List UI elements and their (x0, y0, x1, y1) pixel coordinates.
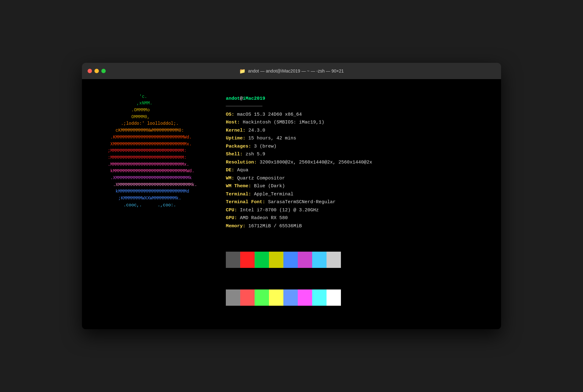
system-info: andot@iMac2019 ───────────── OS: macOS 1… (226, 87, 491, 322)
host-label: Host: (226, 120, 240, 125)
swatch-br-yellow (269, 289, 283, 306)
swatch-br-blue (283, 289, 298, 306)
host-value: Hackintosh (SMBIOS: iMac19,1) (243, 120, 324, 125)
memory-label: Memory: (226, 224, 246, 229)
resolution-value: 3200x1800@2x, 2560x1440@2x, 2560x1440@2x (260, 160, 372, 165)
os-label: OS: (226, 112, 234, 117)
folder-icon: 📁 (239, 68, 246, 74)
gpu-label: GPU: (226, 215, 237, 221)
wm-theme-value: Blue (Dark) (254, 183, 285, 189)
maximize-button[interactable] (101, 69, 106, 73)
uptime-value: 15 hours, 42 mins (248, 136, 296, 141)
wm-label: WM: (226, 176, 234, 181)
packages-value: 3 (brew) (254, 144, 276, 149)
resolution-label: Resolution: (226, 160, 257, 165)
ascii-art: 'c. ,xNMM. .OMMMMo OMMMM0, .;loddo:' loo… (92, 87, 211, 322)
close-button[interactable] (88, 69, 92, 73)
swatch-br-cyan (312, 289, 327, 306)
cpu-value: Intel i7-8700 (12) @ 3.20GHz (240, 208, 319, 213)
minimize-button[interactable] (94, 69, 99, 73)
swatch-green (255, 252, 269, 268)
title-text: andot — andot@iMac2019 — ~ — -zsh — 90×2… (248, 68, 344, 73)
swatch-cyan (312, 252, 327, 268)
window-title: 📁 andot — andot@iMac2019 — ~ — -zsh — 90… (239, 68, 344, 74)
titlebar: 📁 andot — andot@iMac2019 — ~ — -zsh — 90… (82, 63, 501, 79)
de-label: DE: (226, 168, 234, 173)
traffic-lights[interactable] (88, 69, 106, 73)
swatch-br-black (226, 289, 240, 306)
separator: ───────────── (226, 104, 262, 109)
swatch-red (240, 252, 255, 268)
kernel-value: 24.3.0 (248, 128, 265, 133)
wm-theme-label: WM Theme: (226, 183, 251, 189)
swatch-br-white (327, 289, 341, 306)
terminal-font-label: Terminal Font: (226, 199, 265, 205)
memory-value: 16712MiB / 65536MiB (248, 224, 302, 229)
at-sign: @ (240, 96, 243, 101)
swatch-blue (283, 252, 298, 268)
terminal-label: Terminal: (226, 192, 251, 197)
shell-label: Shell: (226, 152, 243, 157)
swatch-br-green (255, 289, 269, 306)
cpu-label: CPU: (226, 208, 237, 213)
swatch-br-magenta (298, 289, 312, 306)
wm-value: Quartz Compositor (237, 176, 285, 181)
de-value: Aqua (237, 168, 248, 173)
hostname: iMac2019 (243, 96, 265, 101)
color-swatches (226, 252, 491, 268)
os-value: macOS 15.3 24D60 x86_64 (237, 112, 302, 117)
username: andot (226, 96, 240, 101)
terminal-window: 📁 andot — andot@iMac2019 — ~ — -zsh — 90… (82, 63, 501, 329)
swatch-white (327, 252, 341, 268)
swatch-yellow (269, 252, 283, 268)
gpu-value: AMD Radeon RX 580 (240, 215, 288, 221)
terminal-font-value: SarasaTermSCNerd-Regular (268, 199, 336, 205)
terminal-body: 'c. ,xNMM. .OMMMMo OMMMM0, .;loddo:' loo… (82, 79, 501, 329)
packages-label: Packages: (226, 144, 251, 149)
swatch-dark-gray (226, 252, 240, 268)
shell-value: zsh 5.9 (246, 152, 265, 157)
kernel-label: Kernel: (226, 128, 246, 133)
swatch-br-red (240, 289, 255, 306)
color-swatches-bright (226, 289, 491, 306)
terminal-value: Apple_Terminal (254, 192, 293, 197)
swatch-magenta (298, 252, 312, 268)
uptime-label: Uptime: (226, 136, 246, 141)
